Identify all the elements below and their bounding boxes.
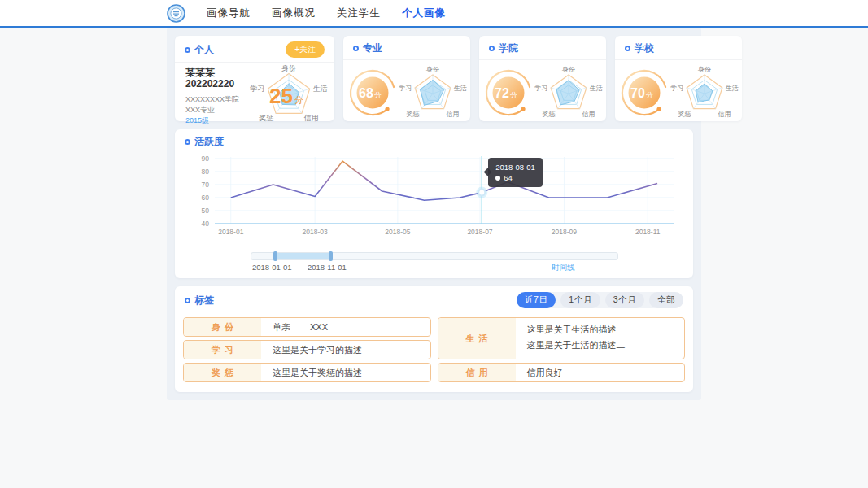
student-id: 202202220 [185,78,242,89]
personal-card: 个人 +关注 某某某 202202220 XXXXXXXX学院 XXX专业 20… [175,36,334,121]
tag-row-credit: 信用 信用良好 [438,363,686,382]
timeline-slider: 2018-01-01 2018-11-01 时间线 [251,252,618,272]
tags-card: 标签 近7日 1个月 3个月 全部 身份 单亲 XXX 学习 [175,286,693,392]
nav-item-portrait-nav[interactable]: 画像导航 [207,7,251,20]
svg-text:奖惩: 奖惩 [406,110,419,117]
main-content: 个人 +关注 某某某 202202220 XXXXXXXX学院 XXX专业 20… [167,28,701,400]
section-bullet-icon [353,46,359,51]
svg-text:生活: 生活 [454,84,467,91]
tag-row-identity: 身份 单亲 XXX [183,317,431,337]
slider-track[interactable] [251,252,618,260]
section-title-text: 个人 [194,43,214,57]
svg-text:70: 70 [202,181,210,189]
section-title-text: 专业 [363,41,382,55]
activity-chart-area[interactable]: 4050607080902018-012018-032018-052018-07… [175,153,693,249]
section-bullet-icon [489,46,495,51]
section-bullet-icon [625,46,630,51]
student-grade[interactable]: 2015级 [185,115,242,126]
svg-text:奖惩: 奖惩 [678,110,691,117]
svg-text:身份: 身份 [561,66,575,73]
svg-text:60: 60 [202,194,210,202]
svg-text:奖惩: 奖惩 [258,114,273,122]
svg-text:身份: 身份 [697,66,711,73]
student-major: XXX专业 [185,105,242,115]
section-title-text: 学校 [635,41,654,55]
filter-3-months[interactable]: 3个月 [605,292,644,308]
student-college: XXXXXXXX学院 [185,94,242,105]
college-score-gauge: 72分 [482,67,534,119]
filter-1-month[interactable]: 1个月 [560,292,600,308]
major-score-gauge: 68分 [347,67,399,119]
timeline-axis-label: 时间线 [552,263,575,273]
svg-text:2018-09: 2018-09 [552,228,577,236]
filter-all[interactable]: 全部 [649,292,683,308]
tag-label: 奖惩 [184,364,261,381]
school-radar-chart: 身份生活信用奖惩学习 [670,62,739,124]
nav-item-personal-portrait[interactable]: 个人画像 [402,7,446,20]
summary-row: 个人 +关注 某某某 202202220 XXXXXXXX学院 XXX专业 20… [175,36,693,121]
svg-text:信用: 信用 [447,110,460,117]
svg-text:生活: 生活 [590,84,603,91]
svg-text:生活: 生活 [312,85,327,93]
tag-value: 这里是关于生活的描述二 [527,338,626,353]
top-navbar: 画像导航 画像概况 关注学生 个人画像 [0,0,868,28]
svg-text:信用: 信用 [718,110,731,117]
school-score-gauge: 70分 [618,67,670,119]
section-title-major: 专业 [353,41,382,55]
college-radar-chart: 身份生活信用奖惩学习 [534,62,603,124]
tag-value: 信用良好 [527,367,563,379]
school-score-card: 学校 70分 身份生活信用奖惩学习 [615,36,742,121]
follow-button[interactable]: +关注 [286,41,325,58]
svg-text:80: 80 [202,168,210,176]
tag-label: 身份 [184,318,261,336]
tags-right-column: 生活 这里是关于生活的描述一 这里是关于生活的描述二 信用 信用良好 [438,317,686,382]
svg-text:奖惩: 奖惩 [542,110,555,117]
tag-row-life: 生活 这里是关于生活的描述一 这里是关于生活的描述二 [438,317,686,359]
svg-text:信用: 信用 [303,114,318,122]
student-info: 某某某 202202220 XXXXXXXX学院 XXX专业 2015级 [175,63,242,127]
tag-value: 这里是关于生活的描述一 [527,322,626,338]
svg-text:2018-01: 2018-01 [218,228,243,236]
section-title-school: 学校 [625,41,654,55]
svg-text:50: 50 [202,207,210,215]
svg-text:40: 40 [202,220,210,228]
major-score-card: 专业 68分 身份生活信用奖惩学习 [343,36,470,121]
svg-text:2018-05: 2018-05 [385,228,410,236]
tag-value: 这里是关于奖惩的描述 [273,367,362,379]
student-name: 某某某 [185,67,242,78]
tag-row-study: 学习 这里是关于学习的描述 [183,340,431,359]
svg-text:学习: 学习 [670,84,683,91]
major-radar-chart: 身份生活信用奖惩学习 [399,62,467,124]
section-bullet-icon [185,298,190,303]
section-title-tags: 标签 [185,294,214,307]
svg-text:90: 90 [202,155,210,163]
svg-text:学习: 学习 [399,84,412,91]
slider-selected-range[interactable] [276,253,331,259]
svg-text:2018-11: 2018-11 [635,228,661,236]
tag-label: 生活 [438,318,516,359]
section-bullet-icon [185,139,190,145]
section-title-text: 标签 [194,294,214,307]
app-logo-icon [167,4,185,23]
slider-end-label: 2018-11-01 [308,263,347,272]
section-title-text: 学院 [499,41,518,55]
tags-left-column: 身份 单亲 XXX 学习 这里是关于学习的描述 奖惩 这里是关于奖惩的描述 [183,317,431,382]
nav-item-followed-students[interactable]: 关注学生 [337,7,381,20]
section-title-college: 学院 [489,41,518,55]
svg-text:学习: 学习 [250,85,264,93]
activity-line-chart[interactable]: 4050607080902018-012018-032018-052018-07… [185,153,683,246]
section-title-activity: 活跃度 [185,135,224,149]
filter-last-7-days[interactable]: 近7日 [517,292,556,308]
svg-text:信用: 信用 [582,110,595,117]
nav-item-portrait-overview[interactable]: 画像概况 [272,7,316,20]
tag-row-rewards: 奖惩 这里是关于奖惩的描述 [183,363,431,382]
svg-text:身份: 身份 [425,66,439,73]
tag-value: XXX [310,322,328,332]
time-filter-group: 近7日 1个月 3个月 全部 [517,292,683,308]
svg-text:生活: 生活 [726,84,739,91]
section-title-personal: 个人 [185,43,214,57]
tag-label: 信用 [438,364,516,381]
tag-value: 这里是关于学习的描述 [273,344,362,356]
college-score-card: 学院 72分 身份生活信用奖惩学习 [479,36,606,121]
section-bullet-icon [185,47,190,53]
